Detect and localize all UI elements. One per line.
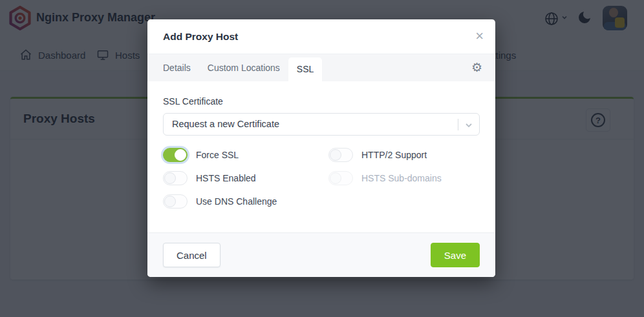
hsts-subdomains-row: HSTS Sub-domains bbox=[328, 167, 442, 190]
hsts-subdomains-toggle bbox=[328, 171, 353, 185]
toggle-label: Force SSL bbox=[196, 150, 239, 160]
ssl-certificate-value: Request a new Certificate bbox=[172, 119, 279, 129]
modal-title: Add Proxy Host bbox=[163, 31, 238, 43]
add-proxy-host-modal: Add Proxy Host × Details Custom Location… bbox=[147, 19, 495, 277]
modal-header: Add Proxy Host × bbox=[147, 19, 495, 54]
cancel-button[interactable]: Cancel bbox=[163, 243, 220, 267]
force-ssl-toggle[interactable] bbox=[163, 148, 188, 162]
tab-details[interactable]: Details bbox=[155, 54, 199, 81]
close-icon[interactable]: × bbox=[475, 28, 484, 45]
toggle-column-right: HTTP/2 Support HSTS Sub-domains bbox=[328, 143, 442, 190]
select-divider bbox=[458, 119, 458, 130]
toggle-label: Use DNS Challenge bbox=[196, 196, 277, 207]
tab-custom-locations[interactable]: Custom Locations bbox=[199, 54, 288, 81]
save-button[interactable]: Save bbox=[431, 243, 480, 267]
force-ssl-row: Force SSL bbox=[163, 143, 277, 167]
toggle-knob bbox=[175, 149, 186, 161]
toggle-knob bbox=[164, 172, 176, 184]
modal-body: SSL Certificate Request a new Certificat… bbox=[147, 81, 495, 232]
toggle-label: HSTS Sub-domains bbox=[361, 173, 442, 183]
chevron-down-icon bbox=[464, 121, 473, 130]
toggle-knob bbox=[330, 149, 341, 161]
modal-tab-bar: Details Custom Locations SSL bbox=[147, 54, 495, 81]
hsts-enabled-row: HSTS Enabled bbox=[163, 167, 277, 190]
page-root: Nginx Proxy Manager Dashboard Host bbox=[0, 0, 644, 317]
toggle-column-left: Force SSL HSTS Enabled Use DNS Challenge bbox=[163, 143, 277, 213]
http2-row: HTTP/2 Support bbox=[328, 143, 442, 167]
dns-challenge-toggle[interactable] bbox=[163, 194, 188, 209]
tab-ssl[interactable]: SSL bbox=[288, 57, 322, 81]
ssl-certificate-select[interactable]: Request a new Certificate bbox=[163, 113, 480, 136]
toggle-knob bbox=[164, 196, 176, 207]
toggle-label: HTTP/2 Support bbox=[361, 150, 427, 160]
hsts-enabled-toggle[interactable] bbox=[163, 171, 188, 185]
toggle-label: HSTS Enabled bbox=[196, 173, 256, 183]
dns-challenge-row: Use DNS Challenge bbox=[163, 190, 277, 213]
gear-icon[interactable]: ⚙ bbox=[471, 60, 482, 76]
modal-footer: Cancel Save bbox=[147, 232, 495, 277]
ssl-certificate-label: SSL Certificate bbox=[163, 96, 223, 107]
toggle-knob bbox=[330, 172, 341, 184]
http2-toggle[interactable] bbox=[328, 148, 353, 162]
